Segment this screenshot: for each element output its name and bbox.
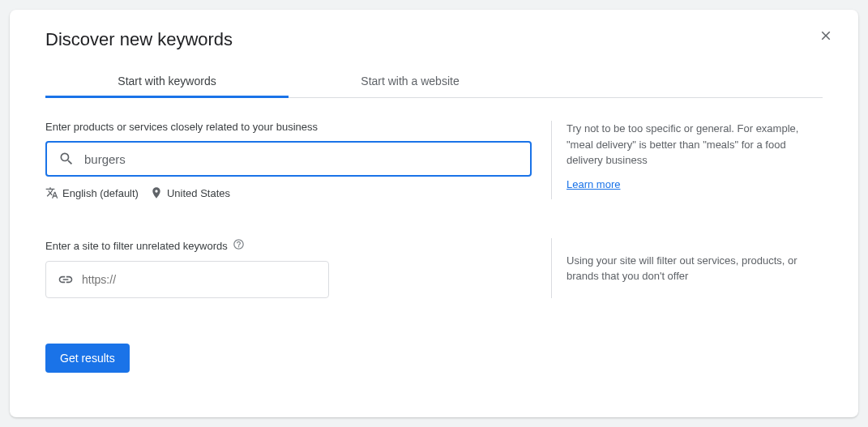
discover-keywords-dialog: Discover new keywords Start with keyword… xyxy=(10,10,858,417)
keyword-help-col: Try not to be too specific or general. F… xyxy=(551,121,823,199)
tab-label: Start with keywords xyxy=(118,75,216,88)
keyword-help-text: Try not to be too specific or general. F… xyxy=(567,121,823,169)
link-icon xyxy=(58,271,74,288)
keyword-input-container[interactable] xyxy=(45,141,532,177)
language-label: English (default) xyxy=(62,187,139,199)
keyword-left-col: Enter products or services closely relat… xyxy=(45,121,532,199)
dialog-title: Discover new keywords xyxy=(45,29,823,50)
tab-start-with-keywords[interactable]: Start with keywords xyxy=(45,65,289,97)
keyword-input[interactable] xyxy=(84,152,519,166)
language-selector[interactable]: English (default) xyxy=(45,186,139,199)
tab-label: Start with a website xyxy=(361,75,459,88)
site-row: Enter a site to filter unrelated keyword… xyxy=(45,238,823,298)
site-left-col: Enter a site to filter unrelated keyword… xyxy=(45,238,532,298)
keyword-field-label: Enter products or services closely relat… xyxy=(45,121,532,133)
url-input-container[interactable] xyxy=(45,261,329,298)
get-results-button[interactable]: Get results xyxy=(45,344,130,373)
language-icon xyxy=(45,186,58,199)
help-icon-button[interactable] xyxy=(233,238,245,253)
location-icon xyxy=(150,186,163,199)
site-field-label: Enter a site to filter unrelated keyword… xyxy=(45,238,532,253)
search-icon xyxy=(58,151,75,167)
close-icon xyxy=(819,28,833,43)
locale-row: English (default) United States xyxy=(45,186,532,199)
tabs: Start with keywords Start with a website xyxy=(45,65,823,98)
site-help-text: Using your site will filter out services… xyxy=(567,253,823,284)
close-button[interactable] xyxy=(816,26,836,45)
site-help-col: Using your site will filter out services… xyxy=(551,238,823,298)
location-label: United States xyxy=(167,187,230,199)
site-label-text: Enter a site to filter unrelated keyword… xyxy=(45,240,228,252)
help-icon xyxy=(233,238,245,250)
location-selector[interactable]: United States xyxy=(150,186,230,199)
url-input[interactable] xyxy=(82,273,317,286)
tab-start-with-website[interactable]: Start with a website xyxy=(289,65,532,97)
learn-more-link[interactable]: Learn more xyxy=(567,177,620,193)
keyword-row: Enter products or services closely relat… xyxy=(45,121,823,199)
